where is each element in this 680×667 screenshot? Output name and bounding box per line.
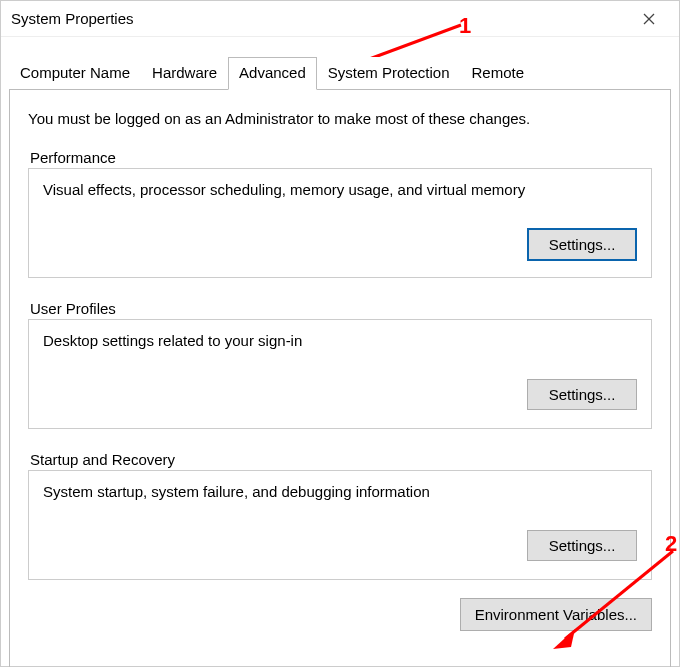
close-button[interactable]	[629, 1, 669, 37]
titlebar: System Properties	[1, 1, 679, 37]
tab-content-advanced: You must be logged on as an Administrato…	[9, 89, 671, 667]
tabs: Computer Name Hardware Advanced System P…	[9, 57, 671, 89]
startup-label: Startup and Recovery	[28, 451, 652, 468]
performance-desc: Visual effects, processor scheduling, me…	[43, 181, 637, 198]
user-profiles-desc: Desktop settings related to your sign-in	[43, 332, 637, 349]
tab-advanced[interactable]: Advanced	[228, 57, 317, 90]
tab-computer-name[interactable]: Computer Name	[9, 57, 141, 89]
user-profiles-box: Desktop settings related to your sign-in…	[28, 319, 652, 429]
user-profiles-label: User Profiles	[28, 300, 652, 317]
close-icon	[643, 13, 655, 25]
user-profiles-settings-button[interactable]: Settings...	[527, 379, 637, 410]
environment-variables-button[interactable]: Environment Variables...	[460, 598, 652, 631]
performance-settings-button[interactable]: Settings...	[527, 228, 637, 261]
tab-remote[interactable]: Remote	[461, 57, 536, 89]
performance-section: Performance Visual effects, processor sc…	[28, 149, 652, 278]
window-title: System Properties	[11, 10, 629, 27]
startup-box: System startup, system failure, and debu…	[28, 470, 652, 580]
startup-desc: System startup, system failure, and debu…	[43, 483, 637, 500]
tab-hardware[interactable]: Hardware	[141, 57, 228, 89]
startup-settings-button[interactable]: Settings...	[527, 530, 637, 561]
admin-notice: You must be logged on as an Administrato…	[28, 110, 652, 127]
system-properties-window: System Properties Computer Name Hardware…	[0, 0, 680, 667]
performance-box: Visual effects, processor scheduling, me…	[28, 168, 652, 278]
user-profiles-section: User Profiles Desktop settings related t…	[28, 300, 652, 429]
startup-section: Startup and Recovery System startup, sys…	[28, 451, 652, 580]
env-row: Environment Variables...	[28, 598, 652, 631]
tab-system-protection[interactable]: System Protection	[317, 57, 461, 89]
performance-label: Performance	[28, 149, 652, 166]
